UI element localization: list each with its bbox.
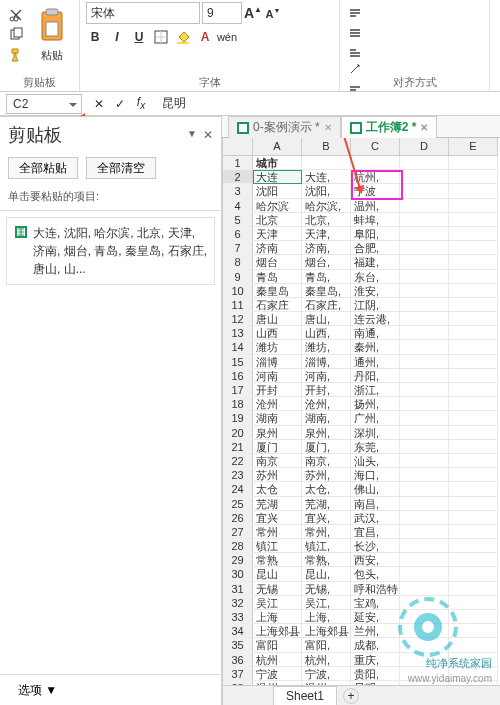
cell[interactable]: 厦门,	[302, 440, 351, 454]
cell[interactable]: 天津	[253, 227, 302, 241]
cell[interactable]	[449, 525, 498, 539]
format-painter-icon[interactable]	[6, 46, 26, 64]
cell[interactable]	[400, 170, 449, 184]
cell[interactable]	[400, 411, 449, 425]
cell[interactable]	[400, 567, 449, 581]
pane-dropdown-icon[interactable]: ▼	[187, 128, 197, 142]
border-button[interactable]	[152, 28, 170, 46]
bold-button[interactable]: B	[86, 28, 104, 46]
cell[interactable]: 泉州	[253, 426, 302, 440]
cell[interactable]: 蚌埠,	[351, 213, 400, 227]
cell[interactable]: 宁波	[351, 184, 400, 198]
cell[interactable]: 开封	[253, 383, 302, 397]
cell[interactable]: 开封,	[302, 383, 351, 397]
col-hdr-E[interactable]: E	[449, 138, 498, 156]
grow-font-icon[interactable]: A▲	[244, 4, 262, 22]
cell[interactable]	[400, 312, 449, 326]
cell[interactable]	[400, 511, 449, 525]
paste-all-button[interactable]: 全部粘贴	[8, 157, 78, 179]
cell[interactable]	[400, 199, 449, 213]
cell[interactable]: 浙江,	[351, 383, 400, 397]
cell[interactable]: 江阴,	[351, 298, 400, 312]
cell[interactable]: 广州,	[351, 411, 400, 425]
cell[interactable]	[449, 411, 498, 425]
cell[interactable]	[400, 241, 449, 255]
cell[interactable]: 石家庄,	[302, 298, 351, 312]
row-header[interactable]: 29	[223, 553, 253, 567]
row-header[interactable]: 31	[223, 582, 253, 596]
cell[interactable]: 沈阳	[253, 184, 302, 198]
select-all-corner[interactable]	[223, 138, 253, 156]
cell[interactable]: 沈阳,	[302, 184, 351, 198]
cell[interactable]: 大连,	[302, 170, 351, 184]
cell[interactable]: 秦皇岛	[253, 284, 302, 298]
cell[interactable]: 上海	[253, 610, 302, 624]
cell[interactable]: 北京,	[302, 213, 351, 227]
cell[interactable]: 富阳,	[302, 638, 351, 652]
cell[interactable]: 昆山	[253, 567, 302, 581]
row-header[interactable]: 24	[223, 482, 253, 496]
cell[interactable]: 苏州,	[302, 468, 351, 482]
phonetic-button[interactable]: wén	[218, 28, 236, 46]
cell[interactable]	[449, 468, 498, 482]
cut-icon[interactable]	[6, 6, 26, 24]
cell[interactable]: 宁波	[253, 667, 302, 681]
cell[interactable]: 南京	[253, 454, 302, 468]
cell[interactable]	[400, 582, 449, 596]
cell[interactable]	[400, 227, 449, 241]
row-header[interactable]: 18	[223, 397, 253, 411]
align-middle-icon[interactable]	[346, 24, 364, 42]
cell[interactable]	[449, 284, 498, 298]
cell[interactable]	[400, 539, 449, 553]
row-header[interactable]: 36	[223, 653, 253, 667]
cell[interactable]	[449, 567, 498, 581]
cell[interactable]	[449, 270, 498, 284]
row-header[interactable]: 30	[223, 567, 253, 581]
cell[interactable]	[449, 497, 498, 511]
cell[interactable]	[449, 326, 498, 340]
options-button[interactable]: 选项 ▼	[8, 679, 67, 701]
cell[interactable]: 常熟	[253, 553, 302, 567]
row-header[interactable]: 2	[223, 170, 253, 184]
row-header[interactable]: 35	[223, 638, 253, 652]
cell[interactable]: 济南,	[302, 241, 351, 255]
row-header[interactable]: 23	[223, 468, 253, 482]
cell[interactable]: 烟台	[253, 255, 302, 269]
cell[interactable]	[449, 355, 498, 369]
cell[interactable]	[400, 369, 449, 383]
row-header[interactable]: 15	[223, 355, 253, 369]
cell[interactable]: 丹阳,	[351, 369, 400, 383]
cell[interactable]: 唐山,	[302, 312, 351, 326]
clear-all-button[interactable]: 全部清空	[86, 157, 156, 179]
cell[interactable]: 重庆,	[351, 653, 400, 667]
cell[interactable]: 镇江	[253, 539, 302, 553]
cell[interactable]: 唐山	[253, 312, 302, 326]
cell[interactable]	[400, 270, 449, 284]
underline-button[interactable]: U	[130, 28, 148, 46]
cell[interactable]	[449, 426, 498, 440]
close-tab-icon[interactable]: ✕	[324, 122, 332, 133]
row-header[interactable]: 12	[223, 312, 253, 326]
cell[interactable]: 大连	[253, 170, 302, 184]
cell[interactable]: 杭州,	[351, 170, 400, 184]
cell[interactable]	[400, 454, 449, 468]
name-box[interactable]: C2	[6, 94, 82, 114]
cell[interactable]: 上海郊县	[253, 624, 302, 638]
cell[interactable]: 常熟,	[302, 553, 351, 567]
cell[interactable]: 兰州,	[351, 624, 400, 638]
cell[interactable]: 东莞,	[351, 440, 400, 454]
cell[interactable]: 太仓	[253, 482, 302, 496]
row-header[interactable]: 11	[223, 298, 253, 312]
cell[interactable]: 南京,	[302, 454, 351, 468]
copy-icon[interactable]	[6, 26, 26, 44]
cell[interactable]: 青岛	[253, 270, 302, 284]
cell[interactable]	[449, 340, 498, 354]
cell[interactable]: 杭州,	[302, 653, 351, 667]
font-color-button[interactable]: A	[196, 28, 214, 46]
cell[interactable]: 烟台,	[302, 255, 351, 269]
cell[interactable]: 宜昌,	[351, 525, 400, 539]
cell[interactable]: 常州,	[302, 525, 351, 539]
row-header[interactable]: 28	[223, 539, 253, 553]
cell[interactable]	[449, 553, 498, 567]
cell[interactable]: 哈尔滨	[253, 199, 302, 213]
